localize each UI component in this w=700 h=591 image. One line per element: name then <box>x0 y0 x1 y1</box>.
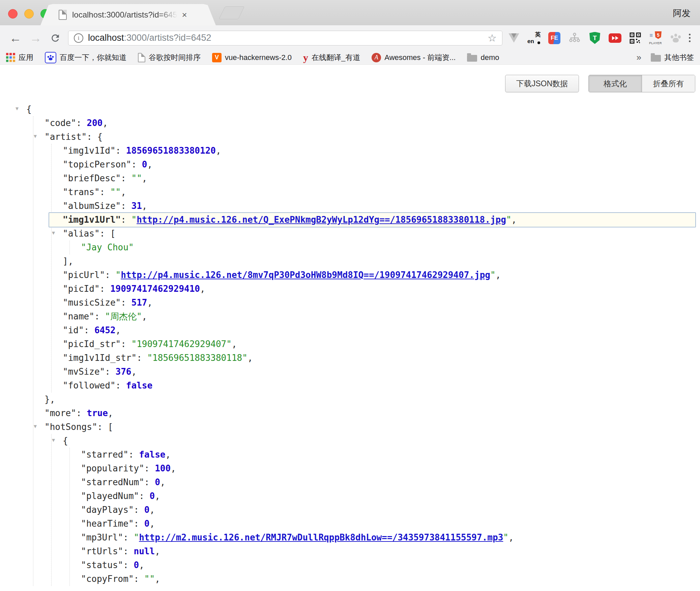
collapse-arrow-icon[interactable]: ▼ <box>52 433 55 447</box>
json-num: 0 <box>150 491 155 501</box>
json-string: "周杰伦" <box>105 311 142 321</box>
json-key: "albumSize" <box>63 201 121 211</box>
json-children: "code": 200,▼"artist": {"img1v1Id": 1856… <box>33 116 696 586</box>
chrome-menu-icon[interactable] <box>684 34 695 42</box>
json-colon: : <box>100 284 110 294</box>
json-key: "starredNum" <box>81 477 144 487</box>
vue-devtools-icon[interactable] <box>507 31 521 45</box>
bookmark-star-icon[interactable]: ☆ <box>488 32 497 44</box>
json-comma: , <box>116 325 121 335</box>
collapse-arrow-icon[interactable]: ▼ <box>34 419 37 433</box>
json-num: 18569651883380120 <box>126 146 216 156</box>
bookmarks-overflow-icon[interactable]: » <box>637 52 641 63</box>
json-comma: , <box>147 159 152 169</box>
json-line: ▼"alias": [ <box>63 227 696 241</box>
bookmark-item[interactable]: Vvue-hackernews-2.0 <box>212 53 292 62</box>
collapse-arrow-icon[interactable]: ▼ <box>34 129 37 143</box>
bookmark-other-folder[interactable]: 其他书签 <box>651 53 694 63</box>
bookmark-item[interactable]: 应用 <box>6 53 33 63</box>
collapse-arrow-icon[interactable]: ▼ <box>16 102 19 116</box>
json-link[interactable]: http://p4.music.126.net/Q_ExePNkmgB2yWyL… <box>137 215 506 225</box>
json-quote: " <box>116 270 121 280</box>
bookmarks-bar: 应用百度一下，你就知道谷歌按时间排序Vvue-hackernews-2.0y在线… <box>0 51 700 65</box>
profile-name[interactable]: 阿发 <box>673 7 691 19</box>
json-key: "img1v1Id_str" <box>63 353 137 363</box>
json-comma: , <box>200 284 205 294</box>
json-colon: : <box>134 505 144 515</box>
json-key: "status" <box>81 560 123 570</box>
json-bracket: { <box>63 436 68 446</box>
browser-tab[interactable]: localhost:3000/artists?id=645 × <box>40 4 216 25</box>
json-bool: false <box>139 449 165 460</box>
browser-window: localhost:3000/artists?id=645 × 阿发 ← → i… <box>0 0 700 591</box>
collapse-arrow-icon[interactable]: ▼ <box>52 226 55 240</box>
reload-button[interactable] <box>46 33 65 43</box>
video-player-extension-icon[interactable] <box>608 31 622 45</box>
json-line: "topicPerson": 0, <box>63 158 696 172</box>
json-num: 0 <box>142 159 147 169</box>
qr-code-extension-icon[interactable] <box>629 31 642 45</box>
json-line: "followed": false <box>63 379 696 393</box>
json-line: ▼{ <box>63 434 696 448</box>
json-colon: : <box>132 159 142 169</box>
json-quote: " <box>503 532 508 542</box>
format-button[interactable]: 格式化 <box>589 75 642 92</box>
minimize-window-button[interactable] <box>24 9 34 19</box>
json-bracket: { <box>26 104 32 114</box>
html5-player-icon[interactable]: ≣5PLAYER <box>649 31 662 45</box>
bookmark-label: 其他书签 <box>664 53 694 63</box>
back-button[interactable]: ← <box>5 32 26 44</box>
json-key: "code" <box>45 118 76 128</box>
json-key: "id" <box>63 325 84 335</box>
json-children: "starred": false,"popularity": 100,"star… <box>69 448 696 586</box>
json-colon: : <box>121 201 131 211</box>
info-icon[interactable]: i <box>74 33 83 43</box>
sitemap-extension-icon[interactable] <box>568 31 581 45</box>
bookmark-items: 应用百度一下，你就知道谷歌按时间排序Vvue-hackernews-2.0y在线… <box>6 52 499 63</box>
download-json-button[interactable]: 下载JSON数据 <box>505 75 579 92</box>
json-comma: , <box>142 173 147 183</box>
close-window-button[interactable] <box>8 9 18 19</box>
json-line: "popularity": 100, <box>81 462 696 475</box>
json-line: "briefDesc": "", <box>63 172 696 185</box>
bookmark-item[interactable]: 谷歌按时间排序 <box>138 53 201 63</box>
collapse-all-button[interactable]: 折叠所有 <box>642 75 695 92</box>
bookmark-label: 在线翻译_有道 <box>312 53 360 63</box>
json-link[interactable]: http://p4.music.126.net/8mv7qP30Pd3oHW8b… <box>121 270 490 280</box>
bookmark-label: demo <box>480 53 499 62</box>
json-key: "more" <box>45 408 76 418</box>
paw-extension-icon[interactable] <box>669 31 682 45</box>
json-line: "code": 200, <box>45 116 696 130</box>
tab-title: localhost:3000/artists?id=645 <box>72 10 177 20</box>
address-bar[interactable]: i localhost:3000/artists?id=6452 ☆ <box>68 31 502 45</box>
tab-close-icon[interactable]: × <box>182 10 187 19</box>
json-comma: , <box>232 339 237 349</box>
json-comma: , <box>150 519 155 529</box>
json-key: "img1v1Url" <box>63 215 121 225</box>
json-key: "alias" <box>63 228 100 239</box>
bookmark-item[interactable]: 百度一下，你就知道 <box>45 52 126 63</box>
json-line: "Jay Chou" <box>81 241 696 254</box>
json-comma: , <box>132 367 137 377</box>
page-icon <box>138 53 145 62</box>
json-key: "mvSize" <box>63 367 105 377</box>
json-line: ▼"hotSongs": [ <box>45 420 696 434</box>
translate-extension-icon[interactable]: 英en <box>527 31 541 45</box>
bookmark-item[interactable]: AAwesomes - 前端资... <box>372 53 456 63</box>
new-tab-button[interactable] <box>219 6 245 19</box>
bookmark-item[interactable]: y在线翻译_有道 <box>303 53 360 63</box>
vue-v-icon: V <box>212 53 222 62</box>
json-key: "mp3Url" <box>81 532 123 542</box>
tampermonkey-icon[interactable]: T <box>588 31 602 45</box>
json-key: "trans" <box>63 187 100 197</box>
json-num: 0 <box>155 477 160 487</box>
json-string: "" <box>110 187 121 197</box>
json-line: "picId": 19097417462929410, <box>63 282 696 296</box>
bookmark-item[interactable]: demo <box>467 53 499 62</box>
json-key: "musicSize" <box>63 298 121 308</box>
fehelper-icon[interactable]: FE <box>548 31 561 45</box>
json-colon: : <box>87 132 97 142</box>
json-line: "mp3Url": "http://m2.music.126.net/RMJR7… <box>81 531 696 545</box>
json-line: "playedNum": 0, <box>81 489 696 503</box>
json-link[interactable]: http://m2.music.126.net/RMJR7wDullRqppBk… <box>139 532 503 542</box>
